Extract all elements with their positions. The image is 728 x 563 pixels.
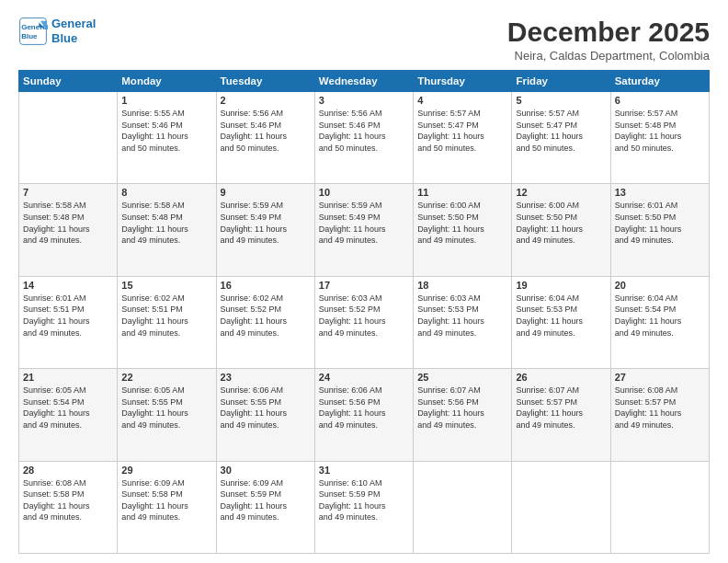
day-info: Sunrise: 6:07 AM Sunset: 5:56 PM Dayligh… bbox=[417, 385, 507, 431]
table-row: 11Sunrise: 6:00 AM Sunset: 5:50 PM Dayli… bbox=[414, 184, 512, 276]
day-info: Sunrise: 6:09 AM Sunset: 5:59 PM Dayligh… bbox=[221, 477, 311, 523]
logo-line2: Blue bbox=[51, 31, 96, 46]
day-number: 1 bbox=[121, 95, 211, 106]
table-row: 17Sunrise: 6:03 AM Sunset: 5:52 PM Dayli… bbox=[314, 276, 413, 368]
day-number: 14 bbox=[23, 280, 113, 291]
day-info: Sunrise: 6:05 AM Sunset: 5:54 PM Dayligh… bbox=[23, 385, 113, 431]
day-number: 16 bbox=[221, 280, 311, 291]
calendar-week-2: 7Sunrise: 5:58 AM Sunset: 5:48 PM Daylig… bbox=[19, 184, 710, 276]
day-number: 12 bbox=[516, 187, 606, 198]
table-row: 8Sunrise: 5:58 AM Sunset: 5:48 PM Daylig… bbox=[118, 184, 216, 276]
table-row: 23Sunrise: 6:06 AM Sunset: 5:55 PM Dayli… bbox=[216, 369, 314, 461]
day-number: 7 bbox=[23, 187, 113, 198]
table-row: 27Sunrise: 6:08 AM Sunset: 5:57 PM Dayli… bbox=[610, 369, 709, 461]
day-number: 31 bbox=[319, 465, 409, 476]
table-row bbox=[610, 461, 709, 553]
day-info: Sunrise: 6:00 AM Sunset: 5:50 PM Dayligh… bbox=[516, 200, 606, 246]
table-row: 29Sunrise: 6:09 AM Sunset: 5:58 PM Dayli… bbox=[118, 461, 216, 553]
day-info: Sunrise: 5:56 AM Sunset: 5:46 PM Dayligh… bbox=[221, 108, 311, 154]
day-info: Sunrise: 6:09 AM Sunset: 5:58 PM Dayligh… bbox=[121, 477, 211, 523]
table-row: 3Sunrise: 5:56 AM Sunset: 5:46 PM Daylig… bbox=[314, 92, 413, 184]
day-number: 3 bbox=[319, 95, 409, 106]
sub-title: Neira, Caldas Department, Colombia bbox=[507, 49, 710, 63]
table-row: 26Sunrise: 6:07 AM Sunset: 5:57 PM Dayli… bbox=[512, 369, 610, 461]
day-number: 11 bbox=[417, 187, 507, 198]
day-number: 28 bbox=[23, 465, 113, 476]
logo: General Blue General Blue bbox=[18, 17, 96, 46]
logo-text: General Blue bbox=[51, 17, 96, 45]
day-info: Sunrise: 6:01 AM Sunset: 5:50 PM Dayligh… bbox=[615, 200, 705, 246]
day-info: Sunrise: 5:57 AM Sunset: 5:48 PM Dayligh… bbox=[615, 108, 705, 154]
calendar-table: Sunday Monday Tuesday Wednesday Thursday… bbox=[18, 70, 710, 554]
table-row: 22Sunrise: 6:05 AM Sunset: 5:55 PM Dayli… bbox=[118, 369, 216, 461]
table-row: 21Sunrise: 6:05 AM Sunset: 5:54 PM Dayli… bbox=[19, 369, 118, 461]
table-row bbox=[512, 461, 610, 553]
table-row: 30Sunrise: 6:09 AM Sunset: 5:59 PM Dayli… bbox=[216, 461, 314, 553]
calendar-header-row: Sunday Monday Tuesday Wednesday Thursday… bbox=[19, 71, 710, 92]
calendar-week-3: 14Sunrise: 6:01 AM Sunset: 5:51 PM Dayli… bbox=[19, 276, 710, 368]
day-number: 5 bbox=[516, 95, 606, 106]
day-number: 8 bbox=[121, 187, 211, 198]
main-title: December 2025 bbox=[507, 17, 710, 47]
day-number: 10 bbox=[319, 187, 409, 198]
table-row bbox=[414, 461, 512, 553]
logo-line1: General bbox=[51, 17, 96, 31]
day-number: 22 bbox=[121, 372, 211, 383]
day-info: Sunrise: 5:58 AM Sunset: 5:48 PM Dayligh… bbox=[121, 200, 211, 246]
table-row: 6Sunrise: 5:57 AM Sunset: 5:48 PM Daylig… bbox=[610, 92, 709, 184]
table-row: 7Sunrise: 5:58 AM Sunset: 5:48 PM Daylig… bbox=[19, 184, 118, 276]
table-row: 2Sunrise: 5:56 AM Sunset: 5:46 PM Daylig… bbox=[216, 92, 314, 184]
table-row: 12Sunrise: 6:00 AM Sunset: 5:50 PM Dayli… bbox=[512, 184, 610, 276]
table-row bbox=[19, 92, 118, 184]
day-info: Sunrise: 6:02 AM Sunset: 5:52 PM Dayligh… bbox=[221, 293, 311, 339]
table-row: 10Sunrise: 5:59 AM Sunset: 5:49 PM Dayli… bbox=[314, 184, 413, 276]
day-number: 15 bbox=[121, 280, 211, 291]
col-sunday: Sunday bbox=[19, 71, 118, 92]
day-number: 20 bbox=[615, 280, 705, 291]
day-number: 29 bbox=[121, 465, 211, 476]
day-info: Sunrise: 6:06 AM Sunset: 5:56 PM Dayligh… bbox=[319, 385, 409, 431]
day-number: 19 bbox=[516, 280, 606, 291]
col-wednesday: Wednesday bbox=[314, 71, 413, 92]
day-info: Sunrise: 5:59 AM Sunset: 5:49 PM Dayligh… bbox=[319, 200, 409, 246]
day-info: Sunrise: 6:07 AM Sunset: 5:57 PM Dayligh… bbox=[516, 385, 606, 431]
day-number: 27 bbox=[615, 372, 705, 383]
day-number: 23 bbox=[221, 372, 311, 383]
table-row: 24Sunrise: 6:06 AM Sunset: 5:56 PM Dayli… bbox=[314, 369, 413, 461]
table-row: 15Sunrise: 6:02 AM Sunset: 5:51 PM Dayli… bbox=[118, 276, 216, 368]
table-row: 18Sunrise: 6:03 AM Sunset: 5:53 PM Dayli… bbox=[414, 276, 512, 368]
day-info: Sunrise: 5:57 AM Sunset: 5:47 PM Dayligh… bbox=[516, 108, 606, 154]
calendar-week-4: 21Sunrise: 6:05 AM Sunset: 5:54 PM Dayli… bbox=[19, 369, 710, 461]
calendar-week-1: 1Sunrise: 5:55 AM Sunset: 5:46 PM Daylig… bbox=[19, 92, 710, 184]
day-number: 13 bbox=[615, 187, 705, 198]
day-info: Sunrise: 5:59 AM Sunset: 5:49 PM Dayligh… bbox=[221, 200, 311, 246]
day-number: 25 bbox=[417, 372, 507, 383]
col-thursday: Thursday bbox=[414, 71, 512, 92]
day-info: Sunrise: 5:56 AM Sunset: 5:46 PM Dayligh… bbox=[319, 108, 409, 154]
day-info: Sunrise: 6:00 AM Sunset: 5:50 PM Dayligh… bbox=[417, 200, 507, 246]
table-row: 9Sunrise: 5:59 AM Sunset: 5:49 PM Daylig… bbox=[216, 184, 314, 276]
calendar-week-5: 28Sunrise: 6:08 AM Sunset: 5:58 PM Dayli… bbox=[19, 461, 710, 553]
col-tuesday: Tuesday bbox=[216, 71, 314, 92]
title-block: December 2025 Neira, Caldas Department, … bbox=[507, 17, 710, 63]
day-info: Sunrise: 6:04 AM Sunset: 5:53 PM Dayligh… bbox=[516, 293, 606, 339]
day-number: 9 bbox=[221, 187, 311, 198]
col-friday: Friday bbox=[512, 71, 610, 92]
day-info: Sunrise: 6:01 AM Sunset: 5:51 PM Dayligh… bbox=[23, 293, 113, 339]
table-row: 4Sunrise: 5:57 AM Sunset: 5:47 PM Daylig… bbox=[414, 92, 512, 184]
table-row: 1Sunrise: 5:55 AM Sunset: 5:46 PM Daylig… bbox=[118, 92, 216, 184]
day-info: Sunrise: 6:04 AM Sunset: 5:54 PM Dayligh… bbox=[615, 293, 705, 339]
logo-icon: General Blue bbox=[18, 17, 48, 46]
day-number: 18 bbox=[417, 280, 507, 291]
table-row: 31Sunrise: 6:10 AM Sunset: 5:59 PM Dayli… bbox=[314, 461, 413, 553]
day-number: 30 bbox=[221, 465, 311, 476]
table-row: 19Sunrise: 6:04 AM Sunset: 5:53 PM Dayli… bbox=[512, 276, 610, 368]
header: General Blue General Blue December 2025 … bbox=[18, 17, 710, 63]
svg-text:Blue: Blue bbox=[21, 32, 38, 40]
table-row: 25Sunrise: 6:07 AM Sunset: 5:56 PM Dayli… bbox=[414, 369, 512, 461]
day-info: Sunrise: 6:03 AM Sunset: 5:52 PM Dayligh… bbox=[319, 293, 409, 339]
day-number: 21 bbox=[23, 372, 113, 383]
table-row: 14Sunrise: 6:01 AM Sunset: 5:51 PM Dayli… bbox=[19, 276, 118, 368]
day-info: Sunrise: 6:08 AM Sunset: 5:57 PM Dayligh… bbox=[615, 385, 705, 431]
day-info: Sunrise: 6:06 AM Sunset: 5:55 PM Dayligh… bbox=[221, 385, 311, 431]
